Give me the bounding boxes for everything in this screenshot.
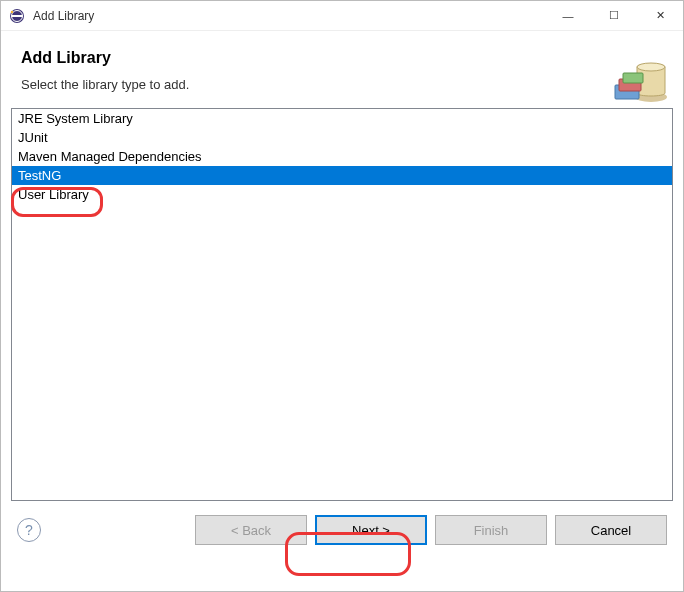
svg-point-5 bbox=[637, 63, 665, 71]
list-item[interactable]: JRE System Library bbox=[12, 109, 672, 128]
list-item[interactable]: User Library bbox=[12, 185, 672, 204]
library-icon bbox=[611, 49, 669, 105]
svg-rect-2 bbox=[12, 15, 23, 17]
page-title: Add Library bbox=[21, 49, 663, 67]
svg-point-3 bbox=[11, 10, 13, 12]
help-button[interactable]: ? bbox=[17, 518, 41, 542]
library-type-list[interactable]: JRE System LibraryJUnitMaven Managed Dep… bbox=[11, 108, 673, 501]
list-item[interactable]: JUnit bbox=[12, 128, 672, 147]
close-button[interactable]: ✕ bbox=[637, 1, 683, 30]
titlebar: Add Library — ☐ ✕ bbox=[1, 1, 683, 31]
finish-button[interactable]: Finish bbox=[435, 515, 547, 545]
list-item[interactable]: TestNG bbox=[12, 166, 672, 185]
wizard-header: Add Library Select the library type to a… bbox=[1, 31, 683, 108]
eclipse-icon bbox=[9, 8, 25, 24]
window-controls: — ☐ ✕ bbox=[545, 1, 683, 30]
window-title: Add Library bbox=[33, 9, 545, 23]
list-item[interactable]: Maven Managed Dependencies bbox=[12, 147, 672, 166]
minimize-button[interactable]: — bbox=[545, 1, 591, 30]
svg-rect-8 bbox=[623, 73, 643, 83]
next-button[interactable]: Next > bbox=[315, 515, 427, 545]
back-button[interactable]: < Back bbox=[195, 515, 307, 545]
cancel-button[interactable]: Cancel bbox=[555, 515, 667, 545]
page-subtitle: Select the library type to add. bbox=[21, 77, 663, 92]
wizard-button-bar: ? < Back Next > Finish Cancel bbox=[1, 501, 683, 559]
maximize-button[interactable]: ☐ bbox=[591, 1, 637, 30]
